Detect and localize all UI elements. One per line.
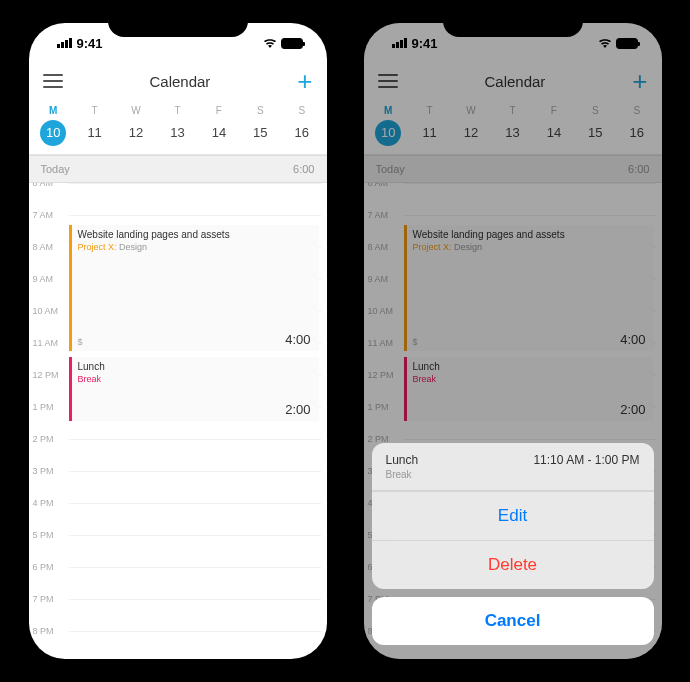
- screen: 9:41 Calendar + M10 T11 W12 T13 F14 S15 …: [29, 23, 327, 659]
- day-fri[interactable]: F14: [201, 105, 237, 146]
- add-icon[interactable]: +: [297, 66, 312, 97]
- navbar: Calendar +: [29, 63, 327, 99]
- today-label: Today: [41, 163, 70, 175]
- phone-mockup-right: 9:41 Calendar + M10 T11 W12 T13 F14 S15 …: [352, 11, 674, 671]
- day-sun[interactable]: S16: [284, 105, 320, 146]
- page-title: Calendar: [149, 73, 210, 90]
- phone-mockup-left: 9:41 Calendar + M10 T11 W12 T13 F14 S15 …: [17, 11, 339, 671]
- action-sheet: Lunch Break 11:10 AM - 1:00 PM Edit Dele…: [372, 443, 654, 645]
- day-wed[interactable]: W12: [118, 105, 154, 146]
- day-mon[interactable]: M10: [35, 105, 71, 146]
- screen: 9:41 Calendar + M10 T11 W12 T13 F14 S15 …: [364, 23, 662, 659]
- notch: [108, 11, 248, 37]
- sheet-title: Lunch: [386, 453, 419, 467]
- svg-rect-1: [61, 42, 64, 48]
- day-thu[interactable]: T13: [159, 105, 195, 146]
- wifi-icon: [263, 38, 277, 48]
- sheet-timerange: 11:10 AM - 1:00 PM: [533, 453, 639, 467]
- delete-button[interactable]: Delete: [372, 540, 654, 589]
- cancel-button[interactable]: Cancel: [372, 597, 654, 645]
- edit-button[interactable]: Edit: [372, 491, 654, 540]
- battery-icon: [281, 38, 303, 49]
- sheet-header: Lunch Break 11:10 AM - 1:00 PM: [372, 443, 654, 491]
- timeline[interactable]: 6 AM 7 AM 8 AM 9 AM 10 AM 11 AM 12 PM 1 …: [29, 183, 327, 641]
- day-tue[interactable]: T11: [77, 105, 113, 146]
- status-time: 9:41: [77, 36, 103, 51]
- menu-icon[interactable]: [43, 74, 63, 88]
- svg-rect-0: [57, 44, 60, 48]
- today-time: 6:00: [293, 163, 314, 175]
- event-lunch[interactable]: Lunch Break 2:00: [69, 357, 319, 421]
- day-sat[interactable]: S15: [242, 105, 278, 146]
- today-row: Today 6:00: [29, 155, 327, 183]
- svg-rect-2: [65, 40, 68, 48]
- event-website[interactable]: Website landing pages and assets Project…: [69, 225, 319, 351]
- svg-rect-3: [69, 38, 72, 48]
- sheet-sub: Break: [386, 469, 419, 480]
- week-bar: M10 T11 W12 T13 F14 S15 S16: [29, 99, 327, 155]
- signal-icon: [57, 38, 73, 48]
